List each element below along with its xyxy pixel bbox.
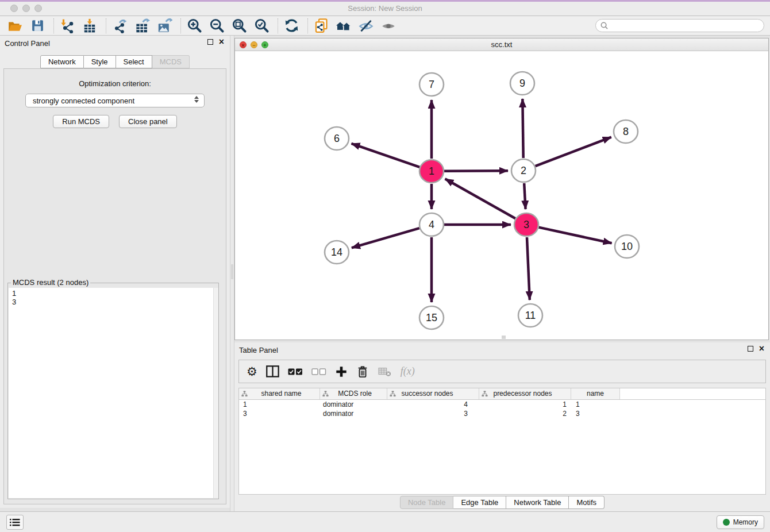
import-network-button[interactable] [59, 18, 75, 34]
memory-label: Memory [733, 518, 758, 526]
column-header-mcds-role[interactable]: MCDS role [320, 388, 387, 399]
result-scrollbar[interactable] [213, 288, 218, 498]
cell-successor-nodes[interactable]: 3 [387, 409, 479, 418]
cell-predecessor-nodes[interactable]: 2 [479, 409, 571, 418]
network-graph[interactable]: 1234678910111415 [235, 51, 768, 340]
tab-node-table[interactable]: Node Table [400, 496, 454, 509]
zoom-out-button[interactable] [209, 18, 225, 34]
close-panel-icon[interactable]: × [219, 38, 224, 45]
table-settings-button[interactable]: ⚙ [247, 364, 257, 379]
float-panel-icon[interactable] [207, 39, 213, 45]
graph-node-3[interactable]: 3 [514, 213, 538, 236]
search-field[interactable] [595, 19, 764, 32]
graph-node-label: 1 [429, 165, 434, 177]
task-history-button[interactable] [6, 515, 24, 530]
column-header-successor-nodes[interactable]: successor nodes [387, 388, 479, 399]
graph-node-label: 7 [429, 79, 434, 90]
search-input[interactable] [609, 22, 764, 30]
graph-node-10[interactable]: 10 [615, 235, 639, 258]
node-table[interactable]: shared name MCDS role successor nodes pr… [238, 388, 766, 495]
graph-edge-4-14[interactable] [352, 228, 419, 248]
open-session-button[interactable] [7, 18, 23, 34]
table-row[interactable]: 3 dominator 3 2 3 [239, 409, 765, 418]
create-column-button[interactable] [335, 364, 348, 379]
duplicate-network-icon [314, 18, 329, 33]
table-toolbar: ⚙ [238, 360, 766, 383]
cell-shared-name[interactable]: 1 [239, 400, 320, 409]
mcds-result-list[interactable]: 1 3 [9, 288, 218, 498]
graph-edge-3-10[interactable] [538, 228, 611, 244]
tab-mcds[interactable]: MCDS [152, 55, 190, 68]
tab-select[interactable]: Select [116, 55, 152, 68]
tab-motifs[interactable]: Motifs [569, 496, 605, 509]
criterion-dropdown[interactable]: strongly connected component [25, 94, 205, 107]
graph-edge-1-6[interactable] [352, 144, 420, 167]
graph-node-2[interactable]: 2 [511, 159, 536, 182]
close-table-panel-icon[interactable]: × [759, 345, 764, 352]
hide-selected-button[interactable] [358, 18, 374, 34]
tab-network-table[interactable]: Network Table [506, 496, 569, 509]
table-row[interactable]: 1 dominator 4 1 1 [239, 400, 765, 409]
graph-node-14[interactable]: 14 [325, 241, 349, 264]
network-window-titlebar[interactable]: × − + scc.txt [235, 38, 768, 51]
graph-node-1[interactable]: 1 [419, 160, 444, 183]
panel-splitter[interactable] [230, 36, 234, 511]
zoom-selected-button[interactable] [253, 18, 270, 34]
cell-mcds-role[interactable]: dominator [320, 400, 387, 409]
function-builder-button-disabled: f(x) [401, 364, 415, 379]
graph-node-11[interactable]: 11 [518, 304, 542, 327]
cell-name[interactable]: 1 [571, 400, 620, 409]
graph-node-15[interactable]: 15 [419, 306, 444, 329]
graph-node-label: 6 [334, 133, 340, 144]
cell-name[interactable]: 3 [571, 409, 620, 418]
tab-edge-table[interactable]: Edge Table [453, 496, 506, 509]
column-header-name[interactable]: name [571, 388, 620, 399]
graph-node-6[interactable]: 6 [325, 127, 349, 150]
graph-edge-2-3[interactable] [524, 183, 525, 209]
memory-button[interactable]: Memory [717, 515, 764, 529]
network-resize-grip[interactable] [502, 336, 506, 339]
home-networks-button[interactable] [336, 18, 352, 34]
graph-node-4[interactable]: 4 [419, 213, 444, 236]
export-image-button[interactable] [156, 18, 172, 34]
show-columns-button[interactable] [266, 364, 279, 379]
close-panel-button[interactable]: Close panel [119, 115, 177, 128]
cell-shared-name[interactable]: 3 [239, 409, 320, 418]
graph-node-label: 8 [623, 126, 629, 137]
show-all-button[interactable] [380, 18, 396, 34]
graph-edge-2-8[interactable] [536, 137, 611, 167]
select-all-rows-button[interactable] [288, 364, 303, 379]
fx-icon: f(x) [401, 365, 415, 377]
zoom-fit-button[interactable] [231, 18, 247, 34]
mcds-result-groupbox: MCDS result (2 nodes) 1 3 [7, 283, 219, 499]
import-table-icon [82, 18, 97, 33]
run-mcds-button[interactable]: Run MCDS [53, 115, 109, 128]
tab-style[interactable]: Style [84, 55, 116, 68]
float-table-panel-icon[interactable] [748, 346, 753, 352]
cell-successor-nodes[interactable]: 4 [387, 400, 479, 409]
column-header-shared-name[interactable]: shared name [239, 388, 320, 399]
delete-column-button[interactable] [356, 364, 369, 379]
refresh-button[interactable] [283, 18, 299, 34]
splitter-grip[interactable] [231, 264, 233, 279]
graph-node-label: 2 [521, 165, 526, 176]
export-network-button[interactable] [111, 18, 128, 34]
zoom-in-button[interactable] [186, 18, 202, 34]
deselect-all-rows-button[interactable] [311, 364, 326, 379]
graph-node-8[interactable]: 8 [614, 120, 638, 143]
cell-predecessor-nodes[interactable]: 1 [479, 400, 571, 409]
duplicate-network-button[interactable] [313, 18, 329, 34]
save-session-button[interactable] [29, 18, 45, 34]
graph-edge-3-1[interactable] [445, 179, 515, 218]
graph-edge-1-2[interactable] [444, 171, 508, 171]
graph-edge-2-9[interactable] [522, 99, 523, 158]
toolbar-separator [53, 18, 54, 33]
tab-network[interactable]: Network [40, 55, 84, 68]
import-table-button[interactable] [82, 18, 98, 34]
cell-mcds-role[interactable]: dominator [320, 409, 387, 418]
graph-node-9[interactable]: 9 [510, 72, 534, 95]
export-table-button[interactable] [134, 18, 150, 34]
graph-edge-3-11[interactable] [527, 237, 530, 300]
column-header-predecessor-nodes[interactable]: predecessor nodes [479, 388, 571, 399]
graph-node-7[interactable]: 7 [419, 73, 444, 96]
